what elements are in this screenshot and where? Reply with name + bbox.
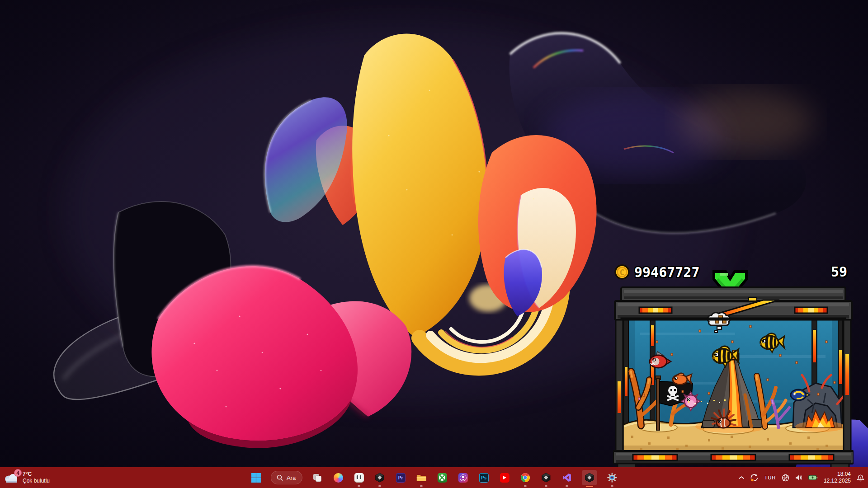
visual-studio-button[interactable] — [561, 467, 573, 488]
weather-temperature: 7°C — [23, 471, 50, 478]
photoshop-icon: Ps — [479, 473, 489, 483]
unity-hub-button[interactable] — [374, 467, 386, 488]
chrome-button[interactable] — [519, 467, 531, 488]
lid-light-left — [639, 307, 672, 313]
fish-tank[interactable] — [613, 286, 854, 468]
language-indicator[interactable]: TUR — [764, 475, 776, 480]
focus-assist-bell-icon[interactable]: z — [857, 474, 864, 482]
hidden-icons-chevron[interactable] — [739, 476, 744, 479]
tank-lid — [615, 287, 852, 320]
search-icon — [277, 474, 283, 481]
xbox-button[interactable] — [436, 467, 448, 488]
copilot-icon — [334, 473, 343, 483]
lid-light-right — [795, 307, 827, 313]
tank-base — [613, 451, 854, 468]
windows-logo-icon — [251, 473, 260, 483]
search-box[interactable]: Ara — [271, 471, 302, 484]
unity-hub-2-button[interactable] — [540, 467, 552, 488]
unity-hub-icon — [375, 473, 385, 483]
weather-alert-badge: 4 — [14, 469, 22, 477]
photoshop-button[interactable]: Ps — [478, 467, 490, 488]
taskbar-center: Ara — [250, 467, 618, 488]
time: 18:04 — [824, 471, 851, 478]
task-view-icon — [312, 473, 322, 483]
taskbar: 4 7°C Çok bulutlu Ara — [0, 467, 868, 488]
chrome-icon — [520, 473, 530, 483]
system-tray: TUR — [739, 467, 864, 488]
xbox-icon — [438, 473, 447, 483]
visual-studio-icon — [562, 473, 572, 483]
start-button[interactable] — [250, 467, 262, 488]
unity-editor-button-active[interactable] — [582, 470, 597, 485]
coin-icon: C — [614, 264, 630, 280]
copilot-button[interactable] — [332, 467, 344, 488]
task-view-button[interactable] — [311, 467, 323, 488]
chat-app-icon — [458, 473, 468, 483]
sync-pending-icon[interactable] — [750, 474, 759, 482]
widget-app-button[interactable] — [353, 467, 365, 488]
youtube-icon — [500, 473, 509, 483]
premiere-pro-icon: Pr — [396, 473, 406, 483]
date: 12.12.2025 — [824, 478, 851, 484]
widget-app-icon — [354, 473, 364, 483]
coin-count: 99467727 — [634, 264, 700, 280]
unity-editor-icon — [585, 473, 594, 483]
coin-counter: C 99467727 — [614, 264, 700, 280]
battery-charging-icon[interactable] — [808, 474, 818, 481]
weather-widget[interactable]: 4 7°C Çok bulutlu — [4, 467, 50, 488]
file-explorer-button[interactable] — [415, 467, 427, 488]
svg-text:z: z — [860, 476, 862, 479]
file-explorer-icon — [416, 474, 426, 482]
coin-letter: C — [620, 267, 625, 277]
premiere-pro-button[interactable]: Pr — [395, 467, 406, 488]
volume-icon[interactable] — [795, 474, 802, 481]
settings-button[interactable] — [606, 467, 618, 488]
chat-app-button[interactable] — [457, 467, 469, 488]
gear-icon — [607, 473, 617, 483]
weather-condition: Çok bulutlu — [23, 478, 50, 484]
no-internet-globe-icon[interactable] — [782, 474, 789, 482]
unity-hub-icon — [541, 473, 551, 483]
clock[interactable]: 18:04 12.12.2025 — [824, 471, 851, 484]
desktop: C 99467727 59 — [0, 0, 868, 488]
youtube-button[interactable] — [499, 467, 510, 488]
search-label: Ara — [287, 474, 296, 481]
level-number: 59 — [831, 264, 847, 280]
aquarium-widget[interactable]: C 99467727 59 — [613, 264, 854, 468]
